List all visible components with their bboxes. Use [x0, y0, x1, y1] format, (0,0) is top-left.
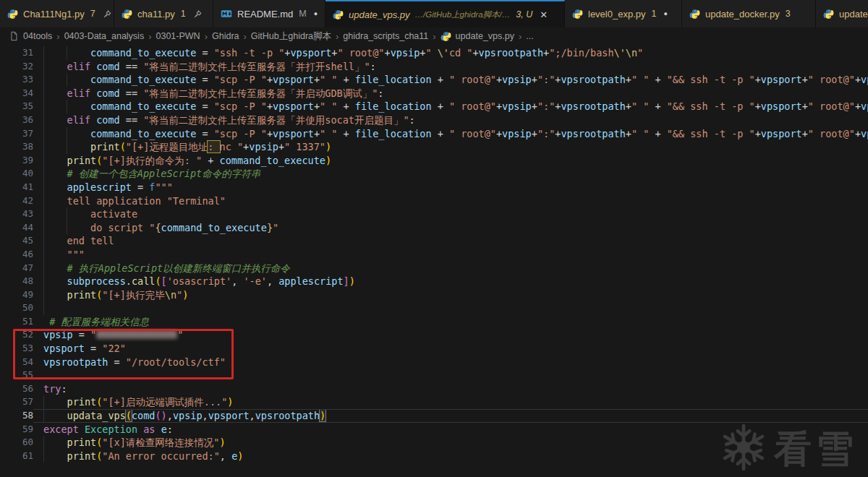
- line-number[interactable]: 52: [0, 328, 33, 342]
- breadcrumb-item[interactable]: ghidra_scripts_cha11: [341, 31, 430, 41]
- chevron-right-icon: ›: [202, 31, 210, 42]
- tab-update_vps.py[interactable]: update_vps.py…/GitHub上ghidra脚本/…3, U✕: [326, 0, 565, 27]
- line-number[interactable]: 45: [0, 234, 33, 248]
- code-lines: 31 command_to_execute = "ssh -t -p "+vps…: [0, 45, 868, 463]
- code-line[interactable]: 51 # 配置服务端相关信息: [0, 315, 868, 329]
- line-number[interactable]: 43: [0, 207, 33, 221]
- file-icon: [9, 31, 19, 41]
- code-line[interactable]: 33 command_to_execute = "scp -P "+vpspor…: [0, 73, 868, 87]
- code-line[interactable]: 41 applescript = f""": [0, 181, 868, 194]
- code-line[interactable]: 35 command_to_execute = "scp -P "+vpspor…: [0, 100, 868, 113]
- line-number[interactable]: 47: [0, 262, 33, 275]
- line-number[interactable]: 46: [0, 248, 33, 262]
- line-number[interactable]: 42: [0, 194, 33, 208]
- close-icon[interactable]: ✕: [540, 9, 548, 20]
- code-line[interactable]: 46 """: [0, 248, 868, 262]
- code-line[interactable]: 43 activate: [0, 207, 868, 221]
- code-line[interactable]: 38 print("[+]远程题目地址: nc "+vpsip+" 1337"): [0, 140, 868, 154]
- tab-label: level0_exp.py: [588, 9, 646, 20]
- line-number[interactable]: 33: [0, 73, 33, 87]
- code-line-content: command_to_execute = "scp -P "+vpsport+"…: [33, 73, 868, 87]
- line-number[interactable]: 39: [0, 154, 33, 168]
- code-line[interactable]: 53vpsport = "22": [0, 342, 868, 356]
- breadcrumb-item[interactable]: ...: [524, 31, 535, 41]
- tab-README.md[interactable]: README.mdM●: [213, 0, 326, 27]
- line-number[interactable]: 48: [0, 275, 33, 288]
- tab-update_docker.py[interactable]: update_docker.py3: [682, 0, 816, 27]
- breadcrumb-item[interactable]: GitHub上ghidra脚本: [250, 30, 333, 43]
- code-line[interactable]: 45 end tell: [0, 234, 868, 248]
- indent-guide: [43, 46, 44, 60]
- indent-guide: [43, 194, 44, 208]
- tab-Cha111Ng1.py[interactable]: Cha111Ng1.py7: [0, 0, 114, 27]
- line-number[interactable]: 54: [0, 356, 33, 369]
- code-line[interactable]: 36 elif comd == "将当前二进制文件上传至服务器「并使用socat…: [0, 113, 868, 127]
- code-line-content: vpsport = "22": [33, 342, 868, 356]
- code-line[interactable]: 50: [0, 301, 868, 315]
- code-line[interactable]: 37 command_to_execute = "scp -P "+vpspor…: [0, 127, 868, 141]
- line-number[interactable]: 38: [0, 140, 33, 154]
- code-line[interactable]: 47 # 执行AppleScript以创建新终端窗口并执行命令: [0, 262, 868, 275]
- code-line[interactable]: 57 print("[+]启动远端调试插件..."): [0, 395, 868, 409]
- indent-guide: [43, 221, 44, 235]
- code-line[interactable]: 54vpsrootpath = "/root/tools/ctf": [0, 356, 868, 369]
- indent-guide: [43, 207, 44, 221]
- line-number[interactable]: 49: [0, 288, 33, 302]
- chevron-right-icon: ›: [54, 31, 62, 42]
- line-number[interactable]: 37: [0, 127, 33, 141]
- code-line[interactable]: 55: [0, 369, 868, 382]
- unsaved-dot-icon[interactable]: ●: [663, 10, 667, 17]
- breadcrumb-item[interactable]: update_vps.py: [454, 31, 516, 41]
- line-number[interactable]: 50: [0, 301, 33, 315]
- tab-label: cha11.py: [137, 9, 175, 20]
- code-line[interactable]: 42 tell application "Terminal": [0, 194, 868, 208]
- breadcrumb-item[interactable]: 0301-PWN: [155, 31, 202, 41]
- code-line[interactable]: 40 # 创建一个包含AppleScript命令的字符串: [0, 167, 868, 181]
- line-number[interactable]: 58: [0, 409, 33, 423]
- line-number[interactable]: 59: [0, 423, 33, 437]
- line-number[interactable]: 55: [0, 369, 33, 382]
- line-number[interactable]: 44: [0, 221, 33, 235]
- tab-level0_exp.py[interactable]: level0_exp.py1●: [565, 0, 682, 27]
- code-line[interactable]: 58 updata_vps(comd(),vpsip,vpsport,vpsro…: [0, 409, 868, 423]
- breadcrumb-item[interactable]: 04tools: [22, 31, 54, 41]
- breadcrumb-item[interactable]: Ghidra: [210, 31, 241, 41]
- line-number[interactable]: 61: [0, 450, 33, 463]
- code-line[interactable]: 39 print("[+]执行的命令为: " + command_to_exec…: [0, 154, 868, 168]
- breadcrumb-item[interactable]: 0403-Data_analysis: [63, 31, 146, 41]
- line-number[interactable]: 34: [0, 87, 33, 100]
- code-line[interactable]: 32 elif comd == "将当前二进制文件上传至服务器「并打开shell…: [0, 60, 868, 74]
- tab-cha11.py[interactable]: cha11.py1: [114, 0, 213, 27]
- editor[interactable]: 31 command_to_execute = "ssh -t -p "+vps…: [0, 45, 868, 477]
- line-number[interactable]: 53: [0, 342, 33, 356]
- pin-icon[interactable]: [103, 9, 112, 19]
- line-number[interactable]: 57: [0, 395, 33, 409]
- code-line[interactable]: 49 print("[+]执行完毕\n"): [0, 288, 868, 302]
- line-number[interactable]: 60: [0, 436, 33, 450]
- tab-label: update_docker.py: [705, 9, 780, 20]
- code-line[interactable]: 31 command_to_execute = "ssh -t -p "+vps…: [0, 46, 868, 60]
- line-number[interactable]: 32: [0, 60, 33, 74]
- line-number[interactable]: 56: [0, 382, 33, 396]
- code-line[interactable]: 48 subprocess.call(['osascript', '-e', a…: [0, 275, 868, 288]
- code-line-content: # 执行AppleScript以创建新终端窗口并执行命令: [33, 262, 868, 275]
- indent-guide: [43, 73, 44, 87]
- tab-update[interactable]: update: [816, 0, 868, 27]
- code-line[interactable]: 34 elif comd == "将当前二进制文件上传至服务器「并启动GDB调试…: [0, 87, 868, 100]
- line-number[interactable]: 51: [0, 315, 33, 329]
- line-number[interactable]: 41: [0, 181, 33, 194]
- unsaved-dot-icon[interactable]: ●: [314, 10, 318, 17]
- code-line[interactable]: 44 do script "{command_to_execute}": [0, 221, 868, 235]
- line-number[interactable]: 36: [0, 113, 33, 127]
- indent-guide: [43, 248, 44, 262]
- pin-icon[interactable]: [193, 9, 203, 19]
- code-line[interactable]: 56try:: [0, 382, 868, 396]
- indent-guide: [43, 275, 44, 288]
- indent-guide: [43, 140, 44, 154]
- code-line[interactable]: 52vpsip = "": [0, 328, 868, 342]
- line-number[interactable]: 40: [0, 167, 33, 181]
- chevron-right-icon: ›: [430, 31, 438, 42]
- indent-guide: [67, 127, 67, 141]
- line-number[interactable]: 31: [0, 46, 33, 60]
- line-number[interactable]: 35: [0, 100, 33, 113]
